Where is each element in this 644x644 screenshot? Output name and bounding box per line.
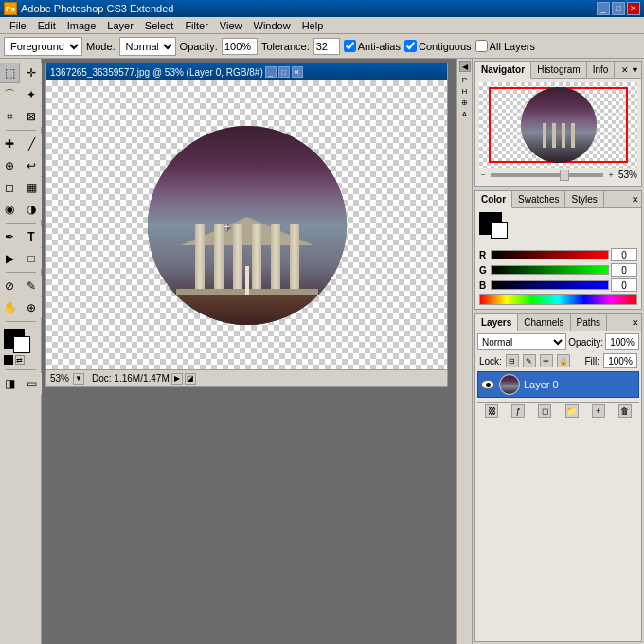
- tool-blur[interactable]: ◉: [0, 199, 20, 220]
- close-button[interactable]: ✕: [627, 2, 640, 15]
- tool-crop[interactable]: ⌗: [0, 106, 20, 127]
- tool-marquee[interactable]: ⬚: [0, 63, 20, 83]
- tool-history[interactable]: ↩: [21, 155, 42, 176]
- r-slider[interactable]: [491, 250, 609, 259]
- menu-layer[interactable]: Layer: [101, 17, 139, 34]
- tab-channels[interactable]: Channels: [518, 314, 570, 331]
- doc-info-btn[interactable]: ▶: [171, 373, 183, 385]
- navigator-menu-btn[interactable]: ▼: [631, 65, 639, 75]
- zoom-out-btn[interactable]: －: [479, 170, 487, 180]
- tool-eraser[interactable]: ◻: [0, 177, 20, 198]
- tool-stamp[interactable]: ⊕: [0, 155, 20, 176]
- color-bg-box[interactable]: [491, 222, 508, 239]
- tool-eyedropper[interactable]: ⊘: [0, 276, 20, 296]
- contiguous-checkbox[interactable]: [404, 40, 417, 52]
- doc-close-btn[interactable]: ✕: [292, 66, 303, 78]
- tab-color[interactable]: Color: [475, 191, 512, 208]
- color-close-btn[interactable]: ✕: [632, 195, 639, 205]
- tab-paths[interactable]: Paths: [571, 314, 608, 331]
- tool-healing[interactable]: ✚: [0, 134, 20, 154]
- b-slider[interactable]: [491, 280, 609, 290]
- menu-view[interactable]: View: [214, 17, 248, 34]
- menu-select[interactable]: Select: [139, 17, 180, 34]
- tool-magic-wand[interactable]: ✦: [21, 84, 42, 105]
- tool-shape[interactable]: □: [21, 248, 42, 269]
- nav-zoom-thumb[interactable]: [560, 170, 569, 181]
- tool-pen[interactable]: ✒: [0, 226, 20, 247]
- tool-zoom[interactable]: ⊕: [21, 297, 42, 318]
- mode-select[interactable]: Normal: [119, 37, 176, 56]
- canvas-bg[interactable]: +: [46, 80, 447, 369]
- all-layers-checkbox[interactable]: [475, 40, 488, 52]
- resize-handle[interactable]: ◪: [185, 373, 196, 385]
- blend-mode-select[interactable]: Normal: [477, 333, 566, 350]
- tab-swatches[interactable]: Swatches: [512, 191, 565, 208]
- tool-lasso[interactable]: ⌒: [0, 84, 20, 105]
- background-color[interactable]: [13, 336, 30, 353]
- layer-style-btn[interactable]: ƒ: [511, 404, 525, 418]
- tool-move[interactable]: ✛: [21, 63, 42, 83]
- b-input[interactable]: [611, 278, 637, 292]
- menu-image[interactable]: Image: [62, 17, 102, 34]
- tool-gradient[interactable]: ▦: [21, 177, 42, 198]
- tool-path-select[interactable]: ▶: [0, 248, 20, 269]
- opacity-field[interactable]: [605, 333, 639, 350]
- tool-slice[interactable]: ⊠: [21, 106, 42, 127]
- anti-alias-label[interactable]: Anti-alias: [344, 40, 401, 52]
- lock-all-btn[interactable]: 🔒: [557, 354, 570, 367]
- tool-text[interactable]: T: [21, 226, 42, 247]
- eye-icon[interactable]: [481, 380, 494, 389]
- new-group-btn[interactable]: 📁: [565, 404, 579, 418]
- doc-maximize-btn[interactable]: □: [278, 66, 290, 78]
- r-input[interactable]: [611, 248, 637, 261]
- tab-histogram[interactable]: Histogram: [531, 62, 587, 79]
- anti-alias-checkbox[interactable]: [344, 40, 356, 52]
- menu-file[interactable]: File: [4, 17, 32, 34]
- menu-filter[interactable]: Filter: [179, 17, 213, 34]
- link-layers-btn[interactable]: ⛓: [485, 404, 498, 418]
- right-strip-btn-4[interactable]: ⊕: [459, 97, 471, 108]
- right-strip-btn-2[interactable]: P: [459, 74, 471, 85]
- opacity-input[interactable]: [222, 38, 258, 55]
- tool-brush[interactable]: ╱: [21, 134, 42, 154]
- layer-mask-btn[interactable]: ◻: [538, 404, 551, 418]
- tab-navigator[interactable]: Navigator: [475, 62, 531, 79]
- tool-dodge[interactable]: ◑: [21, 199, 42, 220]
- tab-styles[interactable]: Styles: [565, 191, 603, 208]
- tool-preset-select[interactable]: Foreground: [4, 37, 82, 56]
- right-strip-btn-5[interactable]: A: [459, 108, 471, 119]
- tool-quick-mask[interactable]: ◨: [0, 373, 20, 394]
- new-layer-btn[interactable]: +: [592, 404, 605, 418]
- reset-colors[interactable]: [4, 355, 13, 365]
- swap-colors[interactable]: ⇄: [15, 355, 25, 365]
- tolerance-input[interactable]: [313, 38, 340, 55]
- tab-info[interactable]: Info: [587, 62, 616, 79]
- right-strip-btn-1[interactable]: ◀: [459, 61, 471, 72]
- tool-hand[interactable]: ✋: [0, 297, 20, 318]
- zoom-in-btn[interactable]: ＋: [607, 170, 615, 180]
- right-strip-btn-3[interactable]: H: [459, 85, 471, 97]
- zoom-menu-btn[interactable]: ▼: [73, 373, 84, 385]
- tab-layers[interactable]: Layers: [475, 314, 518, 331]
- navigator-close-btn[interactable]: ✕: [621, 65, 629, 75]
- layer-visibility[interactable]: [480, 377, 495, 392]
- maximize-button[interactable]: □: [612, 2, 625, 15]
- doc-minimize-btn[interactable]: _: [265, 66, 277, 78]
- lock-image-btn[interactable]: ✎: [523, 354, 536, 367]
- all-layers-label[interactable]: All Layers: [475, 40, 535, 52]
- tool-notes[interactable]: ✎: [21, 276, 42, 296]
- color-spectrum[interactable]: [479, 294, 637, 305]
- menu-window[interactable]: Window: [248, 17, 296, 34]
- minimize-button[interactable]: _: [597, 2, 610, 15]
- tool-screen-mode[interactable]: ▭: [21, 373, 42, 394]
- lock-transparent-btn[interactable]: ⊟: [506, 354, 519, 367]
- contiguous-label[interactable]: Contiguous: [404, 40, 472, 52]
- menu-help[interactable]: Help: [296, 17, 330, 34]
- g-input[interactable]: [611, 263, 637, 277]
- delete-layer-btn[interactable]: 🗑: [618, 404, 632, 418]
- layer-row[interactable]: Layer 0: [477, 371, 639, 398]
- menu-edit[interactable]: Edit: [32, 17, 62, 34]
- g-slider[interactable]: [491, 265, 609, 275]
- lock-position-btn[interactable]: ✛: [540, 354, 553, 367]
- nav-zoom-slider[interactable]: [491, 173, 603, 177]
